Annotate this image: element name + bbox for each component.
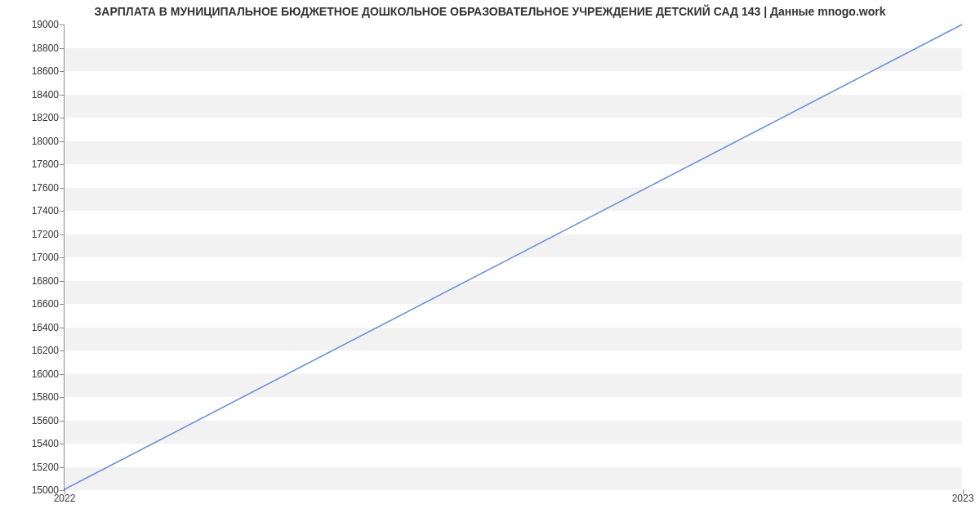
y-tick-label: 18600 (10, 65, 59, 77)
y-tick-label: 19000 (10, 19, 59, 30)
chart-container: ЗАРПЛАТА В МУНИЦИПАЛЬНОЕ БЮДЖЕТНОЕ ДОШКО… (0, 0, 980, 531)
y-tick-label: 15800 (10, 391, 59, 403)
y-tick-label: 17200 (10, 229, 59, 240)
y-tick-label: 16400 (10, 322, 59, 333)
y-tick (60, 444, 65, 444)
y-tick (60, 118, 65, 118)
y-tick-label: 16000 (10, 368, 59, 380)
y-tick (60, 95, 65, 96)
chart-title: ЗАРПЛАТА В МУНИЦИПАЛЬНОЕ БЮДЖЕТНОЕ ДОШКО… (0, 5, 980, 18)
y-tick-label: 17400 (10, 205, 59, 216)
y-tick (60, 164, 65, 165)
y-tick-label: 15200 (10, 462, 59, 473)
y-tick (60, 374, 65, 375)
y-tick-label: 17800 (10, 158, 59, 170)
y-tick-label: 18800 (10, 42, 59, 54)
x-tick-label: 2023 (952, 493, 974, 504)
y-tick-label: 16200 (10, 345, 59, 356)
y-tick-label: 15400 (10, 438, 59, 449)
y-tick (60, 211, 65, 212)
plot-area: 20222023 (64, 25, 962, 490)
y-tick (60, 48, 65, 49)
y-tick-label: 15000 (10, 484, 59, 496)
y-tick-label: 18000 (10, 136, 59, 147)
y-tick-label: 18400 (10, 89, 59, 100)
y-tick (60, 421, 65, 422)
y-tick (60, 257, 65, 258)
y-tick (60, 328, 65, 328)
y-tick (60, 304, 65, 305)
y-tick-label: 18200 (10, 112, 59, 123)
y-tick-label: 16600 (10, 298, 59, 310)
y-tick-label: 17600 (10, 182, 59, 194)
y-tick (60, 281, 65, 282)
y-tick (60, 188, 65, 189)
line-series (65, 25, 962, 489)
y-tick (60, 141, 65, 142)
y-tick (60, 71, 65, 72)
y-tick-label: 17000 (10, 252, 59, 263)
y-tick (60, 397, 65, 398)
y-tick-label: 15600 (10, 415, 59, 426)
y-tick-label: 16800 (10, 275, 59, 287)
y-tick (60, 234, 65, 235)
y-tick (60, 467, 65, 468)
y-tick (60, 25, 65, 25)
data-line (65, 25, 962, 489)
y-tick (60, 350, 65, 351)
